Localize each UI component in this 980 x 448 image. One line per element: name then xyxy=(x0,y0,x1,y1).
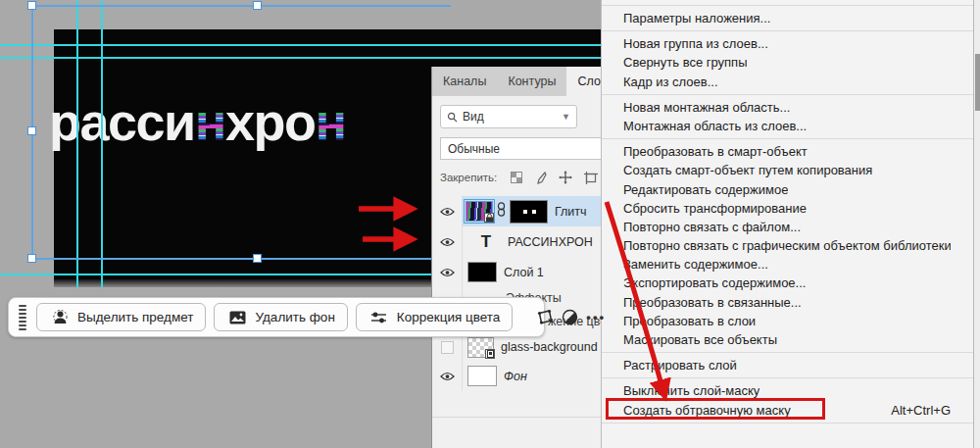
layer-row-text[interactable]: T РАССИНХРОН xyxy=(432,226,601,257)
menu-item-label: Преобразовать в слои xyxy=(623,312,756,330)
visibility-eye-icon[interactable] xyxy=(432,237,462,247)
transform-handle[interactable] xyxy=(27,1,36,10)
layer-thumbnail-white[interactable] xyxy=(467,366,497,386)
lock-label: Закрепить: xyxy=(440,172,497,183)
visibility-eye-icon[interactable] xyxy=(432,372,462,381)
color-correction-label: Коррекция цвета xyxy=(397,310,501,324)
lock-badge-icon xyxy=(484,213,494,223)
menu-item-label: Редактировать содержимое xyxy=(623,180,788,199)
menu-item[interactable]: Кадр из слоев... xyxy=(602,73,980,91)
transform-handle[interactable] xyxy=(253,1,262,10)
menu-item-label: Повторно связать с файлом... xyxy=(623,218,801,236)
menu-separator xyxy=(602,30,980,31)
menu-separator xyxy=(602,138,980,139)
mask-link-icon[interactable] xyxy=(497,202,506,221)
menu-item[interactable]: Преобразовать в слои xyxy=(602,312,980,330)
headline-part: хро xyxy=(225,92,316,151)
menu-item[interactable]: Создать смарт-объект путем копирования xyxy=(602,161,980,179)
menu-item[interactable]: Монтажная область из слоев... xyxy=(602,117,980,135)
transform-handle[interactable] xyxy=(27,126,36,135)
photoshop-workspace: рассинхрон Выделить предмет Удалить фон xyxy=(0,0,980,448)
menu-item[interactable]: Экспортировать содержимое... xyxy=(602,274,980,292)
layer-row-layer1[interactable]: Слой 1 xyxy=(432,257,601,287)
select-subject-button[interactable]: Выделить предмет xyxy=(36,303,206,331)
layer-thumbnail-smart-object[interactable] xyxy=(467,337,494,358)
menu-item-label: Монтажная область из слоев... xyxy=(623,117,807,135)
layers-panel: Каналы Контуры Слои Вид ▼ Обычные Закреп… xyxy=(431,67,601,448)
menu-item-create-clipping-mask[interactable]: Создать обтравочную маскуAlt+Ctrl+G xyxy=(602,401,980,420)
menu-item[interactable]: Повторно связать с графическим объектом … xyxy=(602,236,980,255)
taskbar-drag-handle[interactable] xyxy=(19,305,26,330)
canvas-headline-text: рассинхрон xyxy=(49,91,346,152)
layer-mask-thumbnail[interactable] xyxy=(510,200,548,224)
menu-item[interactable]: Повторно связать с файлом... xyxy=(602,218,980,236)
layer-row-background[interactable]: Фон xyxy=(432,361,601,391)
menu-scrollbar[interactable] xyxy=(973,0,980,448)
menu-item-label: Кадр из слоев... xyxy=(623,73,718,91)
lock-pixels-brush-icon[interactable] xyxy=(534,172,547,184)
transform-handle[interactable] xyxy=(253,254,262,263)
layer-row-glass-background[interactable]: glass-background xyxy=(432,333,601,361)
menu-item-label: Растрировать слой xyxy=(623,356,737,374)
menu-item[interactable]: Сбросить трансформирование xyxy=(602,199,980,218)
contextual-taskbar: Выделить предмет Удалить фон Коррекция ц… xyxy=(8,297,545,337)
color-correction-button[interactable]: Коррекция цвета xyxy=(356,303,514,331)
transform-handle[interactable] xyxy=(27,254,36,263)
menu-item-label: Маскировать все объекты xyxy=(623,330,777,349)
create-mask-icon[interactable] xyxy=(536,307,554,328)
panel-tab-bar: Каналы Контуры Слои xyxy=(432,67,601,96)
menu-item[interactable]: Новая монтажная область... xyxy=(602,98,980,117)
remove-background-button[interactable]: Удалить фон xyxy=(214,303,347,331)
menu-item-label: Параметры наложения... xyxy=(623,9,770,27)
menu-item-label: Выключить слой-маску xyxy=(623,381,760,400)
panel-divider xyxy=(432,417,601,418)
menu-item[interactable]: Параметры наложения... xyxy=(602,9,980,27)
menu-item[interactable]: Свернуть все группы xyxy=(602,53,980,72)
menu-item-label: Преобразовать в смарт-объект xyxy=(623,142,808,161)
menu-item-label: Свернуть все группы xyxy=(623,53,747,72)
canvas-bottom-shadow xyxy=(54,279,431,287)
menu-item[interactable]: Преобразовать в смарт-объект xyxy=(602,142,980,161)
menu-item[interactable]: Новая группа из слоев... xyxy=(602,34,980,53)
menu-item[interactable]: Выключить слой-маску xyxy=(602,381,980,400)
tab-channels[interactable]: Каналы xyxy=(432,67,497,96)
lock-position-move-icon[interactable] xyxy=(559,171,572,184)
menu-item[interactable]: Маскировать все объекты xyxy=(602,330,980,349)
tab-layers[interactable]: Слои xyxy=(566,67,601,96)
menu-separator xyxy=(602,423,980,423)
selection-edge-bottom xyxy=(31,258,451,260)
lock-transparency-icon[interactable] xyxy=(511,172,522,183)
menu-item[interactable]: Редактировать содержимое xyxy=(602,180,980,199)
layer-name: РАССИНХРОН xyxy=(508,235,593,249)
menu-separator xyxy=(602,5,980,6)
visibility-eye-icon[interactable] xyxy=(432,207,462,217)
layer-filter-value: Вид xyxy=(463,110,557,124)
tab-paths[interactable]: Контуры xyxy=(497,67,566,96)
selection-edge-top xyxy=(31,5,451,7)
visibility-toggle-empty[interactable] xyxy=(432,341,462,354)
visibility-eye-icon[interactable] xyxy=(432,268,462,277)
menu-separator xyxy=(602,94,980,95)
menu-item[interactable]: Растрировать слой xyxy=(602,356,980,374)
menu-item[interactable]: Заменить содержимое... xyxy=(602,255,980,274)
layer-thumbnail-glitch[interactable] xyxy=(466,201,493,222)
select-subject-label: Выделить предмет xyxy=(77,310,193,324)
taskbar-more-button[interactable]: ••• xyxy=(586,310,606,324)
blend-mode-dropdown[interactable]: Обычные xyxy=(440,137,601,160)
headline-glitch-letter: н xyxy=(315,92,345,151)
blend-mode-value: Обычные xyxy=(448,142,500,156)
menu-item-label: Новая группа из слоев... xyxy=(623,34,768,53)
menu-separator xyxy=(602,352,980,353)
menu-scrollbar-thumb[interactable] xyxy=(975,54,980,111)
layer-thumbnail-black[interactable] xyxy=(467,262,497,282)
adjustment-icon[interactable] xyxy=(562,307,578,328)
person-select-icon xyxy=(49,307,71,328)
layer-name: glass-background xyxy=(501,340,598,354)
lock-artboard-icon[interactable] xyxy=(584,172,598,184)
menu-item[interactable]: Преобразовать в связанные... xyxy=(602,293,980,312)
layer-filter-dropdown[interactable]: Вид ▼ xyxy=(440,105,577,128)
layer-name: Глитч xyxy=(555,205,587,219)
menu-separator xyxy=(602,377,980,378)
smart-object-badge-icon xyxy=(485,349,495,359)
layer-row-glitch[interactable]: Глитч xyxy=(432,196,601,226)
